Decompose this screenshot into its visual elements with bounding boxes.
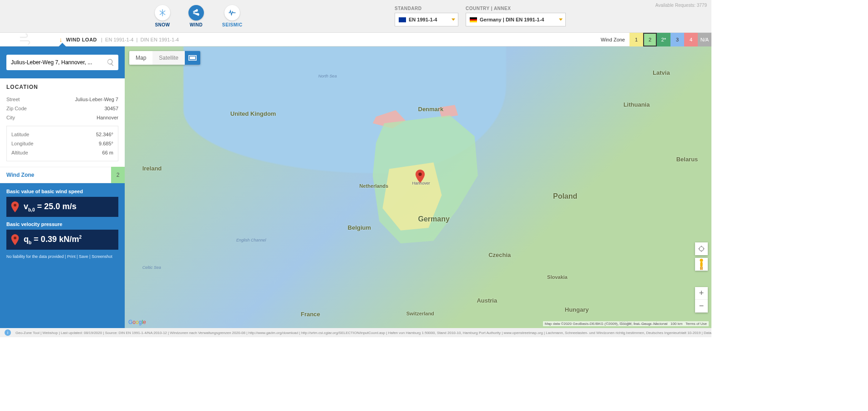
page-title: WIND LOAD [66,37,97,42]
svg-rect-7 [700,262,702,267]
standard-selector: STANDARD EN 1991-1-4 [395,6,458,26]
country-selector: COUNTRY | ANNEX Germany | DIN EN 1991-1-… [466,6,566,26]
zone-chip-2[interactable]: 2 [643,33,657,46]
header: Available Requests: 3779 SNOW WIND SEISM… [0,0,711,33]
mode-label: WIND [190,22,203,27]
map-type-control: Map Satellite [129,51,200,65]
city-label: Hannover [412,181,430,185]
mode-tabs: SNOW WIND SEISMIC [155,5,243,27]
svg-rect-8 [700,267,701,270]
country-label: Germany [418,215,450,223]
info-icon[interactable]: i [5,329,11,336]
zoom-in-button[interactable]: + [695,287,708,300]
country-label: Denmark [418,106,444,113]
location-title: LOCATION [6,84,118,90]
google-logo: Google [128,319,146,325]
zip-value: 30457 [104,106,118,111]
country-label: Ireland [142,165,162,172]
city-label: City [6,115,15,120]
standard-label: STANDARD [395,6,458,11]
chevron-down-icon [559,19,563,21]
svg-point-0 [14,204,16,206]
eu-flag-icon [399,17,406,22]
pressure-title: Basic velocity pressure [6,221,118,227]
search-input-wrap [6,55,118,70]
map-attribution: Map data ©2020 GeoBasis-DE/BKG (©2009), … [543,321,709,326]
sea-label: Celtic Sea [142,265,161,270]
zoom-control: + − [695,287,708,313]
wind-speed-card: vb,0 = 25.0 m/s [6,197,118,217]
sea-label: North Sea [318,74,337,78]
country-label: France [301,311,320,318]
country-label: United Kingdom [230,110,276,117]
mode-wind[interactable]: WIND [188,5,204,27]
country-label: Netherlands [360,183,389,189]
map-canvas[interactable]: North Sea Celtic Sea English Channel Han… [125,46,711,328]
country-label: Hungary [565,306,589,313]
zone-chip-1[interactable]: 1 [629,33,643,46]
svg-rect-9 [701,267,702,270]
mode-snow[interactable]: SNOW [155,5,170,27]
seismic-icon [224,5,240,21]
zone-legend: Wind Zone 1 2 2* 3 4 N/A [601,33,711,46]
svg-point-2 [418,173,421,176]
country-label: Poland [553,192,577,200]
country-dropdown[interactable]: Germany | DIN EN 1991-1-4 [466,13,566,26]
location-section: LOCATION StreetJulius-Leber-Weg 7 Zip Co… [0,78,125,167]
mode-label: SNOW [155,22,170,27]
result-actions: No liability for the data provided | Pri… [6,254,118,259]
zone-chip-na[interactable]: N/A [698,33,711,46]
zoom-out-button[interactable]: − [695,300,708,313]
country-label: Austria [477,297,497,304]
country-label: Latvia [653,69,670,76]
country-label: Belarus [676,156,698,163]
pegman-button[interactable] [695,258,708,271]
screenshot-link[interactable]: Screenshot [91,254,112,259]
city-value: Hannover [96,115,118,120]
lon-value: 9.685° [99,141,113,146]
print-link[interactable]: Print [67,254,76,259]
wind-speed-formula: vb,0 = 25.0 m/s [24,202,76,212]
map-type-map[interactable]: Map [129,51,152,65]
search-icon[interactable] [107,58,115,67]
svg-point-5 [699,247,703,251]
svg-rect-4 [190,57,195,59]
country-label: Switzerland [406,311,434,316]
country-label: Lithuania [624,101,650,108]
windzone-row: Wind Zone 2 [0,167,125,183]
zone-chip-2star[interactable]: 2* [657,33,670,46]
de-flag-icon [470,17,477,22]
save-link[interactable]: Save [79,254,88,259]
snow-icon [155,5,170,21]
available-requests: Available Requests: 3779 [655,3,707,8]
zone-chip-3[interactable]: 3 [670,33,684,46]
locate-button[interactable] [695,242,708,255]
windzone-value: 2 [111,167,125,183]
zone-legend-label: Wind Zone [601,37,625,42]
subheader: ↓ WIND LOAD | EN 1991-1-4 | DIN EN 1991-… [0,33,711,46]
lat-value: 52.346° [96,132,113,137]
map-type-satellite[interactable]: Satellite [152,51,185,65]
footer-text: Geo-Zone Tool | Webshop | Last updated: … [15,331,711,335]
lat-label: Latitude [11,132,29,137]
fullscreen-button[interactable] [185,51,200,65]
country-value: Germany | DIN EN 1991-1-4 [480,17,544,22]
wind-bg-icon [18,33,32,46]
wind-speed-title: Basic value of basic wind speed [6,189,118,194]
search-input[interactable] [10,59,107,66]
breadcrumb: | EN 1991-1-4 | DIN EN 1991-1-4 [100,37,179,42]
svg-point-6 [700,259,703,262]
zone-chip-4[interactable]: 4 [684,33,698,46]
pressure-card: qb = 0.39 kN/m2 [6,230,118,250]
mode-seismic[interactable]: SEISMIC [222,5,243,27]
footer: i Geo-Zone Tool | Webshop | Last updated… [0,328,711,337]
street-label: Street [6,97,20,102]
pressure-formula: qb = 0.39 kN/m2 [24,235,81,245]
country-label: Czechia [488,252,511,258]
standard-dropdown[interactable]: EN 1991-1-4 [395,13,458,26]
country-label: Belgium [348,224,371,231]
alt-value: 66 m [102,150,113,155]
lon-label: Longitude [11,141,33,146]
pin-icon [11,201,19,212]
svg-point-1 [14,236,16,239]
